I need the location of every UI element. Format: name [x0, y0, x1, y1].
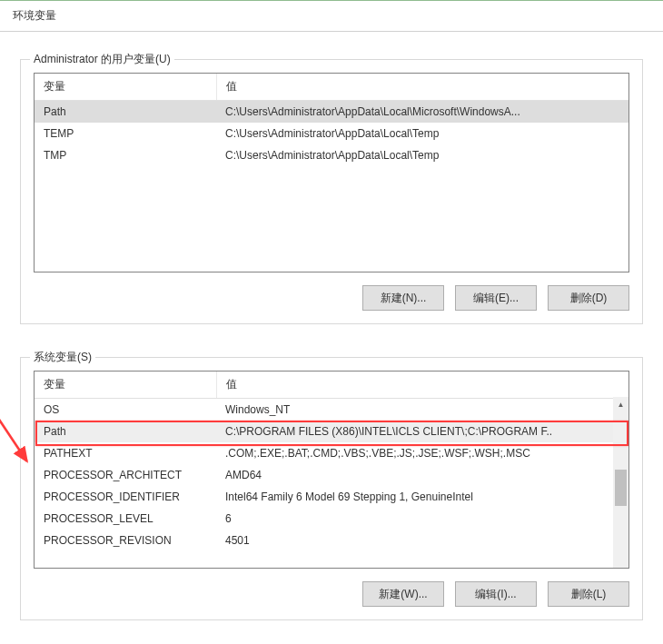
table-row[interactable]: PROCESSOR_IDENTIFIERIntel64 Family 6 Mod…	[35, 486, 628, 508]
cell-value: 4501	[216, 530, 628, 551]
system-new-button[interactable]: 新建(W)...	[362, 581, 444, 607]
user-group-label: Administrator 的用户变量(U)	[30, 52, 174, 67]
cell-variable: Path	[35, 421, 216, 442]
cell-value: 6	[216, 508, 628, 530]
cell-variable: PROCESSOR_IDENTIFIER	[35, 486, 216, 508]
env-vars-dialog: 环境变量 Administrator 的用户变量(U) 变量 值 PathC:\…	[0, 0, 663, 644]
table-row[interactable]: TMPC:\Users\Administrator\AppData\Local\…	[35, 144, 628, 166]
table-row[interactable]: PathC:\Users\Administrator\AppData\Local…	[35, 101, 628, 124]
table-row[interactable]: PROCESSOR_ARCHITECTAMD64	[35, 464, 628, 486]
system-variables-table[interactable]: 变量 值 OSWindows_NTPathC:\PROGRAM FILES (X…	[34, 371, 629, 569]
table-row[interactable]: PROCESSOR_REVISION4501	[35, 530, 628, 551]
cell-value: AMD64	[216, 464, 628, 486]
cell-variable: TMP	[35, 144, 216, 166]
cell-value: C:\Users\Administrator\AppData\Local\Mic…	[216, 101, 628, 124]
system-group-label: 系统变量(S)	[30, 350, 95, 365]
cell-value: C:\PROGRAM FILES (X86)\INTEL\ICLS CLIENT…	[216, 421, 628, 442]
cell-value: C:\Users\Administrator\AppData\Local\Tem…	[216, 123, 628, 144]
table-header-row[interactable]: 变量 值	[35, 372, 628, 399]
col-header-value[interactable]: 值	[216, 372, 628, 399]
table-row[interactable]: TEMPC:\Users\Administrator\AppData\Local…	[35, 123, 628, 144]
table-header-row[interactable]: 变量 值	[35, 74, 628, 101]
user-variables-table[interactable]: 变量 值 PathC:\Users\Administrator\AppData\…	[34, 73, 629, 272]
col-header-variable[interactable]: 变量	[35, 74, 216, 101]
col-header-variable[interactable]: 变量	[35, 372, 216, 399]
cell-value: Windows_NT	[216, 399, 628, 421]
system-edit-button[interactable]: 编辑(I)...	[455, 581, 537, 607]
cell-variable: PROCESSOR_LEVEL	[35, 508, 216, 530]
cell-variable: PROCESSOR_REVISION	[35, 530, 216, 551]
cell-value: C:\Users\Administrator\AppData\Local\Tem…	[216, 144, 628, 166]
table-row[interactable]: PathC:\PROGRAM FILES (X86)\INTEL\ICLS CL…	[35, 421, 628, 442]
system-delete-button[interactable]: 删除(L)	[548, 581, 629, 607]
cell-variable: Path	[35, 101, 216, 124]
user-delete-button[interactable]: 删除(D)	[548, 285, 629, 311]
user-variables-group: Administrator 的用户变量(U) 变量 值 PathC:\Users…	[20, 59, 643, 324]
scroll-up-icon[interactable]: ▲	[613, 397, 628, 412]
cell-variable: PROCESSOR_ARCHITECT	[35, 464, 216, 486]
vertical-scrollbar[interactable]: ▲	[613, 397, 628, 568]
dialog-title: 环境变量	[0, 1, 663, 32]
user-new-button[interactable]: 新建(N)...	[362, 285, 444, 311]
dialog-content: Administrator 的用户变量(U) 变量 值 PathC:\Users…	[0, 32, 663, 620]
system-variables-group: 系统变量(S) 变量 值 OSWindows_NTPathC:\PROGRAM …	[20, 357, 643, 620]
user-edit-button[interactable]: 编辑(E)...	[455, 285, 537, 311]
cell-variable: TEMP	[35, 123, 216, 144]
cell-value: .COM;.EXE;.BAT;.CMD;.VBS;.VBE;.JS;.JSE;.…	[216, 442, 628, 464]
cell-variable: OS	[35, 399, 216, 421]
system-buttons-row: 新建(W)... 编辑(I)... 删除(L)	[34, 581, 629, 607]
col-header-value[interactable]: 值	[216, 74, 628, 101]
user-buttons-row: 新建(N)... 编辑(E)... 删除(D)	[34, 285, 629, 311]
cell-value: Intel64 Family 6 Model 69 Stepping 1, Ge…	[216, 486, 628, 508]
table-row[interactable]: OSWindows_NT	[35, 399, 628, 421]
scroll-thumb[interactable]	[615, 470, 627, 506]
table-row[interactable]: PROCESSOR_LEVEL6	[35, 508, 628, 530]
cell-variable: PATHEXT	[35, 442, 216, 464]
table-row[interactable]: PATHEXT.COM;.EXE;.BAT;.CMD;.VBS;.VBE;.JS…	[35, 442, 628, 464]
